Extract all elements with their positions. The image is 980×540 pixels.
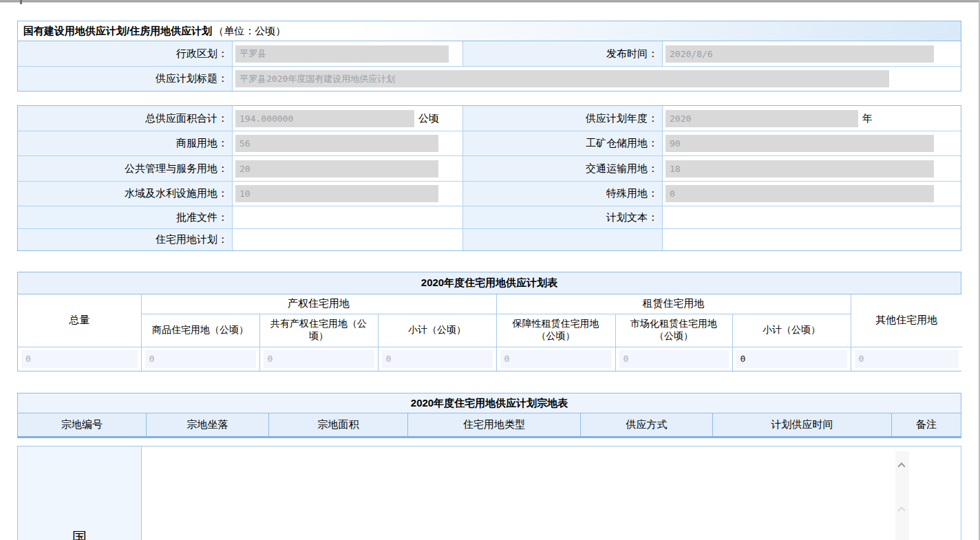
approval-label: 批准文件： [18, 206, 233, 228]
industrial-label: 工矿仓储用地： [463, 131, 663, 155]
region-input[interactable]: 平罗县 [235, 45, 449, 63]
public-mgmt-cell: 20 [233, 156, 463, 181]
col-header-parcel-id: 宗地编号 [18, 413, 147, 436]
col-header-rental-subtotal: 小计（公顷） [732, 314, 851, 347]
row-commercial-industrial: 商服用地： 56 工矿仓储用地： 90 [18, 131, 961, 155]
col-header-commodity: 商品住宅用地（公顷） [141, 314, 259, 347]
property-subtotal-value-input[interactable]: 0 [382, 350, 493, 368]
rental-subtotal-value-input[interactable]: 0 [736, 350, 847, 368]
vertical-scrollbar[interactable] [895, 451, 909, 540]
commodity-value-input[interactable]: 0 [145, 350, 256, 368]
commercial-label: 商服用地： [18, 131, 233, 155]
row-housing-plan: 住宅用地计划： [18, 228, 961, 250]
parcel-table-title: 2020年度住宅用地供应计划宗地表 [18, 393, 961, 413]
plan-year-input[interactable]: 2020 [665, 110, 858, 127]
publish-label: 发布时间： [463, 41, 663, 66]
col-header-land-type: 住宅用地类型 [408, 413, 581, 436]
col-header-shared-property: 共有产权住宅用地（公顷） [259, 314, 378, 347]
form-title-bar: 国有建设用地供应计划/住房用地供应计划 （单位：公顷） [18, 21, 961, 41]
col-header-remarks: 备注 [892, 413, 961, 436]
industrial-cell: 90 [663, 131, 961, 155]
parcel-table-header-row: 宗地编号 宗地坐落 宗地面积 住宅用地类型 供应方式 计划供应时间 备注 [18, 413, 961, 436]
special-label: 特殊用地： [463, 182, 663, 206]
housing-plan-table-title: 2020年度住宅用地供应计划表 [18, 272, 961, 294]
col-header-parcel-location: 宗地坐落 [147, 413, 269, 436]
publish-date-input[interactable]: 2020/8/6 [665, 45, 934, 63]
housing-plan-table: 2020年度住宅用地供应计划表 总量 产权住宅用地 租赁住宅用地 其他住宅用地 … [17, 272, 961, 371]
col-header-supply-method: 供应方式 [581, 413, 713, 436]
shared-property-value-input[interactable]: 0 [264, 350, 374, 368]
form-title: 国有建设用地供应计划/住房用地供应计划 [23, 25, 212, 38]
area-detail-block: 总供应面积合计： 194.000000 公顷 供应计划年度： 2020 年 商服… [17, 105, 961, 251]
basic-info-block: 国有建设用地供应计划/住房用地供应计划 （单位：公顷） 行政区划： 平罗县 发布… [17, 21, 961, 91]
chevron-up-faint-icon [897, 506, 905, 514]
col-header-other: 其他住宅用地 [851, 294, 962, 347]
water-cell: 10 [233, 182, 463, 206]
commercial-cell: 56 [233, 131, 463, 155]
parcel-id-cell: 国 [18, 446, 142, 540]
window-top-notch [20, 0, 22, 4]
form-page: 国有建设用地供应计划/住房用地供应计划 （单位：公顷） 行政区划： 平罗县 发布… [17, 21, 961, 540]
row-region-publish: 行政区划： 平罗县 发布时间： 2020/8/6 [18, 41, 961, 66]
public-mgmt-input[interactable]: 20 [235, 160, 438, 177]
total-area-cell: 194.000000 公顷 [233, 106, 463, 131]
chevron-up-icon[interactable] [897, 462, 905, 470]
row-water-special: 水域及水利设施用地： 10 特殊用地： 0 [18, 181, 961, 206]
region-cell: 平罗县 [233, 41, 463, 66]
total-value-input[interactable]: 0 [21, 350, 138, 368]
plan-year-cell: 2020 年 [663, 106, 961, 131]
housing-plan-label: 住宅用地计划： [18, 229, 233, 250]
industrial-input[interactable]: 90 [665, 135, 934, 152]
water-label: 水域及水利设施用地： [18, 182, 233, 206]
other-value-input[interactable]: 0 [855, 350, 959, 368]
col-header-property-subtotal: 小计（公顷） [378, 314, 496, 347]
parcel-id-partial-text: 国 [18, 528, 141, 540]
plan-text-cell [663, 206, 961, 228]
col-header-total: 总量 [18, 294, 141, 347]
special-cell: 0 [663, 182, 961, 206]
approval-cell [233, 206, 463, 228]
publish-cell: 2020/8/6 [663, 41, 961, 66]
transport-label: 交通运输用地： [463, 156, 663, 181]
col-header-market-rental: 市场化租赁住宅用地（公顷） [615, 314, 732, 347]
transport-cell: 18 [663, 156, 961, 181]
row-approval-plantext: 批准文件： 计划文本： [18, 206, 961, 228]
market-rental-value-input[interactable]: 0 [619, 350, 729, 368]
plan-year-unit: 年 [862, 112, 873, 125]
guaranteed-rental-value-input[interactable]: 0 [500, 350, 612, 368]
region-label: 行政区划： [18, 41, 233, 66]
row-public-transport: 公共管理与服务用地： 20 交通运输用地： 18 [18, 155, 961, 181]
housing-plan-cell [233, 229, 463, 250]
commercial-input[interactable]: 56 [235, 135, 438, 152]
plan-title-label: 供应计划标题： [18, 67, 233, 91]
empty-value-cell [663, 229, 961, 250]
total-area-input[interactable]: 194.000000 [235, 110, 414, 127]
form-unit-note: （单位：公顷） [213, 25, 286, 38]
row-total-year: 总供应面积合计： 194.000000 公顷 供应计划年度： 2020 年 [18, 106, 961, 131]
total-area-label: 总供应面积合计： [18, 106, 233, 131]
parcel-detail-content [142, 446, 961, 540]
total-area-unit: 公顷 [418, 112, 439, 125]
transport-input[interactable]: 18 [665, 160, 934, 177]
parcel-table: 2020年度住宅用地供应计划宗地表 宗地编号 宗地坐落 宗地面积 住宅用地类型 … [17, 393, 961, 438]
plan-year-label: 供应计划年度： [463, 106, 663, 131]
water-input[interactable]: 10 [235, 185, 438, 202]
public-mgmt-label: 公共管理与服务用地： [18, 156, 233, 181]
plan-title-input[interactable]: 平罗县2020年度国有建设用地供应计划 [235, 70, 889, 87]
plan-title-cell: 平罗县2020年度国有建设用地供应计划 [233, 67, 961, 91]
col-header-supply-time: 计划供应时间 [713, 413, 892, 436]
special-input[interactable]: 0 [665, 185, 934, 202]
parcel-detail-region: 国 [17, 446, 961, 540]
plan-text-label: 计划文本： [463, 206, 663, 228]
group-header-rental: 租赁住宅用地 [496, 294, 851, 314]
row-plan-title: 供应计划标题： 平罗县2020年度国有建设用地供应计划 [18, 66, 961, 91]
empty-label-cell [463, 229, 663, 250]
window-top-edge [0, 0, 980, 3]
col-header-parcel-area: 宗地面积 [269, 413, 408, 436]
group-header-property: 产权住宅用地 [141, 294, 496, 314]
col-header-guaranteed-rental: 保障性租赁住宅用地（公顷） [496, 314, 615, 347]
plan-values-row: 0 0 0 0 0 0 0 0 [18, 347, 962, 371]
